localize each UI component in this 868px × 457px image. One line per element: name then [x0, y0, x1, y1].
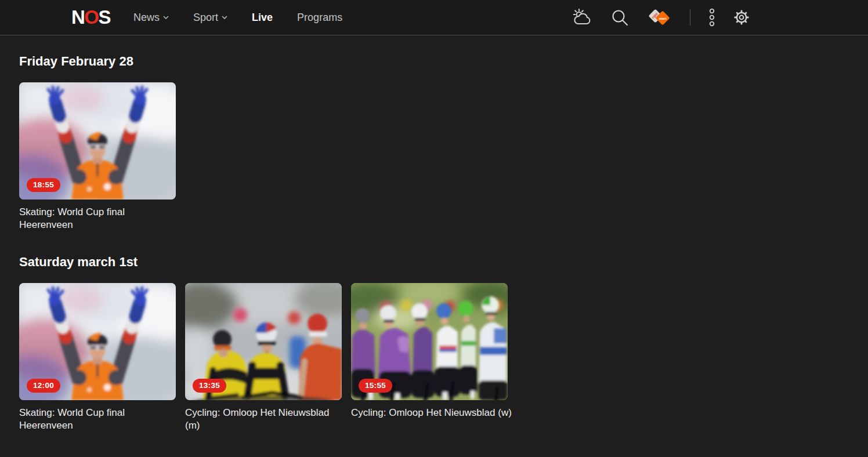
broadcast-title: Cycling: Omloop Het Nieuwsblad (m) — [185, 407, 342, 432]
kebab-menu-icon[interactable] — [708, 8, 716, 27]
broadcast-title: Skating: World Cup final Heerenveen — [19, 206, 176, 231]
time-badge: 15:55 — [359, 379, 392, 393]
broadcast-thumbnail: 13:35 — [185, 283, 342, 400]
broadcast-card-skating-friday[interactable]: 18:55 Skating: World Cup final Heerenvee… — [19, 82, 176, 231]
nav-live[interactable]: Live — [252, 12, 273, 24]
main-nav: News Sport Live Programs — [133, 12, 342, 24]
nos-live-page: NOS News Sport Live Programs — [0, 0, 868, 457]
section-heading-friday: Friday February 28 — [19, 35, 868, 68]
nos-logo[interactable]: NOS — [71, 0, 110, 35]
nav-live-label: Live — [252, 12, 273, 24]
time-badge: 18:55 — [27, 178, 60, 192]
nos-logo-letter: O — [84, 6, 98, 28]
broadcast-card-skating-saturday[interactable]: 12:00 Skating: World Cup final Heerenvee… — [19, 283, 176, 432]
top-navigation-bar: NOS News Sport Live Programs — [0, 0, 868, 35]
npo-start-logo[interactable]: npo start — [646, 7, 672, 28]
nos-logo-letter: N — [71, 6, 84, 28]
settings-icon[interactable] — [733, 9, 750, 26]
nav-news[interactable]: News — [133, 12, 169, 24]
weather-icon[interactable] — [573, 8, 594, 27]
start-logo-text: start — [659, 17, 666, 20]
nav-news-label: News — [133, 12, 160, 24]
broadcast-thumbnail: 18:55 — [19, 82, 176, 200]
broadcast-thumbnail: 15:55 — [351, 283, 508, 400]
chevron-down-icon — [163, 16, 169, 19]
header-divider — [690, 9, 690, 26]
card-row: 18:55 Skating: World Cup final Heerenvee… — [19, 82, 868, 231]
section-heading-saturday: Saturday march 1st — [19, 231, 868, 269]
nav-programs[interactable]: Programs — [297, 12, 342, 24]
broadcast-thumbnail: 12:00 — [19, 283, 176, 400]
time-badge: 12:00 — [27, 379, 60, 393]
nos-logo-letter: S — [99, 6, 111, 28]
broadcast-title: Skating: World Cup final Heerenveen — [19, 407, 176, 432]
broadcast-title: Cycling: Omloop Het Nieuwsblad (w) — [351, 407, 508, 419]
nav-sport-label: Sport — [193, 12, 218, 24]
live-schedule: Friday February 28 18:55 Skating: World … — [0, 35, 868, 432]
card-row: 12:00 Skating: World Cup final Heerenvee… — [19, 283, 868, 432]
search-icon[interactable] — [611, 9, 628, 26]
header-icons: npo start — [573, 7, 750, 28]
nav-programs-label: Programs — [297, 12, 342, 24]
broadcast-card-cycling-men[interactable]: 13:35 Cycling: Omloop Het Nieuwsblad (m) — [185, 283, 342, 432]
broadcast-card-cycling-women[interactable]: 15:55 Cycling: Omloop Het Nieuwsblad (w) — [351, 283, 508, 432]
nav-sport[interactable]: Sport — [193, 12, 227, 24]
chevron-down-icon — [222, 16, 227, 19]
time-badge: 13:35 — [193, 379, 226, 393]
